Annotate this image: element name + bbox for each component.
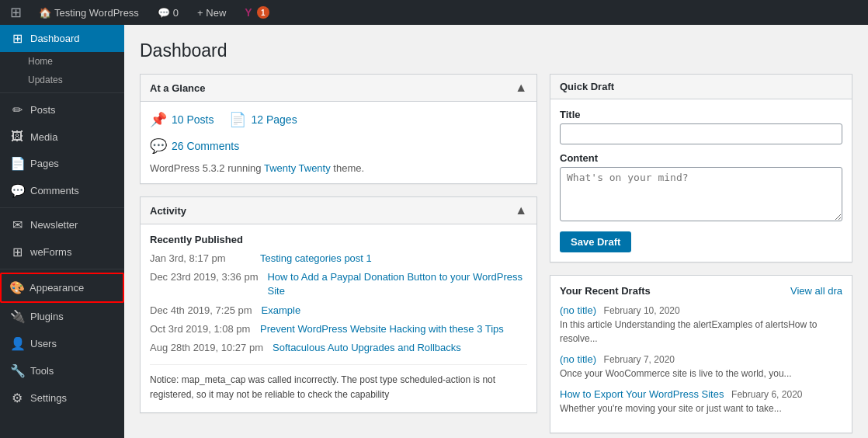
sidebar-item-appearance[interactable]: 🎨 Appearance (0, 273, 124, 303)
sidebar-item-users[interactable]: 👤 Users (0, 330, 124, 357)
right-column: Quick Draft Title Content Save Draft Yo (550, 74, 852, 433)
posts-stat-icon: 📌 (150, 111, 167, 128)
draft-item-1: (no title) February 7, 2020 Once your Wo… (560, 353, 842, 381)
draft-content-textarea[interactable] (560, 167, 842, 221)
new-content-button[interactable]: + New (193, 0, 231, 25)
wp-logo[interactable]: ⊞ (6, 3, 25, 22)
activity-link-1[interactable]: How to Add a Paypal Donation Button to y… (267, 270, 527, 298)
activity-date-4: Aug 28th 2019, 10:27 pm (150, 341, 263, 355)
activity-link-0[interactable]: Testing categories post 1 (260, 252, 372, 266)
updates-label: Updates (28, 75, 63, 85)
pages-stat-link[interactable]: 12 Pages (251, 113, 297, 126)
pages-stat: 📄 12 Pages (229, 111, 297, 128)
sidebar-item-pages[interactable]: 📄 Pages (0, 150, 124, 177)
sidebar-subitem-updates[interactable]: Updates (0, 71, 124, 89)
recently-published-label: Recently Published (150, 234, 527, 245)
sidebar-item-settings[interactable]: ⚙ Settings (0, 384, 124, 412)
sidebar-item-label: Posts (30, 104, 56, 116)
activity-link-2[interactable]: Example (262, 304, 301, 318)
draft-title-2[interactable]: How to Export Your WordPress Sites (560, 388, 724, 400)
sidebar-item-plugins[interactable]: 🔌 Plugins (0, 303, 124, 330)
draft-excerpt-1: Once your WooCommerce site is live to th… (560, 367, 842, 381)
sidebar-item-comments[interactable]: 💬 Comments (0, 177, 124, 204)
settings-icon: ⚙ (10, 391, 24, 405)
home-icon: 🏠 (39, 7, 51, 19)
draft-date-2: February 6, 2020 (731, 389, 802, 400)
users-icon: 👤 (10, 336, 24, 351)
quick-draft-header: Quick Draft (550, 75, 852, 99)
posts-stat-link[interactable]: 10 Posts (172, 113, 214, 126)
sidebar-item-label: Plugins (30, 311, 64, 322)
view-all-drafts-link[interactable]: View all dra (790, 285, 842, 297)
sidebar-item-media[interactable]: 🖼 Media (0, 123, 124, 150)
at-a-glance-body: 📌 10 Posts 📄 12 Pages 💬 26 Comments (141, 102, 536, 183)
page-title: Dashboard (140, 40, 852, 61)
sidebar-item-posts[interactable]: ✏ Posts (0, 96, 124, 123)
at-a-glance-toggle[interactable]: ▲ (515, 81, 527, 95)
sidebar-item-label: Pages (30, 158, 59, 169)
sidebar-divider-1 (0, 92, 124, 93)
tools-icon: 🔧 (10, 363, 24, 378)
yoast-icon[interactable]: Y 1 (240, 0, 273, 25)
quick-draft-widget: Quick Draft Title Content Save Draft (550, 74, 852, 262)
draft-excerpt-2: Whether you're moving your site or just … (560, 402, 842, 415)
sidebar-item-label: Dashboard (30, 33, 80, 44)
pages-stat-icon: 📄 (229, 111, 246, 128)
save-draft-button[interactable]: Save Draft (560, 231, 631, 252)
at-a-glance-widget: At a Glance ▲ 📌 10 Posts 📄 12 Pages (140, 74, 537, 184)
quick-draft-body: Title Content Save Draft (550, 99, 852, 262)
comments-link[interactable]: 💬 0 (153, 0, 183, 25)
weforms-icon: ⊞ (10, 245, 24, 259)
draft-title-1[interactable]: (no title) (560, 353, 596, 365)
activity-date-1: Dec 23rd 2019, 3:36 pm (150, 270, 258, 298)
activity-header: Activity ▲ (141, 197, 536, 224)
activity-link-4[interactable]: Softaculous Auto Upgrades and Rollbacks (273, 341, 461, 355)
plugins-icon: 🔌 (10, 309, 24, 324)
comments-stat-icon: 💬 (150, 137, 167, 155)
comments-count: 0 (173, 7, 179, 19)
sidebar-item-label: Tools (30, 365, 54, 377)
sidebar-item-label: Newsletter (30, 219, 78, 231)
at-a-glance-header: At a Glance ▲ (141, 75, 536, 102)
main-content: Dashboard At a Glance ▲ 📌 10 Posts (124, 25, 868, 438)
top-bar: ⊞ 🏠 Testing WordPress 💬 0 + New Y 1 (0, 0, 868, 25)
yoast-badge: 1 (257, 6, 269, 19)
activity-widget: Activity ▲ Recently Published Jan 3rd, 8… (140, 196, 537, 413)
activity-toggle[interactable]: ▲ (515, 203, 527, 217)
home-label: Home (28, 56, 53, 67)
site-name-link[interactable]: 🏠 Testing WordPress (34, 0, 144, 25)
sidebar-item-dashboard[interactable]: ⊞ Dashboard (0, 25, 124, 52)
activity-notice: Notice: map_meta_cap was called incorrec… (150, 364, 527, 402)
comments-stat: 💬 26 Comments (150, 137, 527, 155)
sidebar-divider-3 (0, 269, 124, 269)
recent-drafts-body: Your Recent Drafts View all dra (no titl… (550, 276, 852, 433)
activity-body: Recently Published Jan 3rd, 8:17 pm Test… (141, 224, 536, 412)
theme-link[interactable]: Twenty Twenty (264, 162, 331, 174)
activity-date-2: Dec 4th 2019, 7:25 pm (150, 304, 252, 318)
activity-item-0: Jan 3rd, 8:17 pm Testing categories post… (150, 252, 527, 266)
comments-stat-link[interactable]: 26 Comments (172, 140, 239, 152)
draft-item-0: (no title) February 10, 2020 In this art… (560, 304, 842, 346)
activity-title: Activity (150, 205, 186, 217)
title-label: Title (560, 109, 842, 120)
appearance-icon: 🎨 (9, 280, 23, 295)
dashboard-columns: At a Glance ▲ 📌 10 Posts 📄 12 Pages (140, 74, 852, 433)
activity-item-3: Oct 3rd 2019, 1:08 pm Prevent WordPress … (150, 322, 527, 336)
recent-drafts-header-row: Your Recent Drafts View all dra (560, 285, 842, 297)
activity-link-3[interactable]: Prevent WordPress Website Hacking with t… (260, 322, 504, 336)
sidebar-item-newsletter[interactable]: ✉ Newsletter (0, 211, 124, 238)
sidebar-item-label: Settings (30, 392, 67, 404)
app-layout: ⊞ Dashboard Home Updates ✏ Posts 🖼 Media… (0, 25, 868, 438)
draft-title-input[interactable] (560, 123, 842, 144)
sidebar-item-tools[interactable]: 🔧 Tools (0, 357, 124, 384)
pages-icon: 📄 (10, 156, 24, 171)
sidebar-item-label: Comments (30, 185, 79, 196)
draft-title-0[interactable]: (no title) (560, 304, 596, 316)
sidebar-item-weforms[interactable]: ⊞ weForms (0, 238, 124, 266)
sidebar-item-label: weForms (30, 246, 71, 258)
draft-excerpt-0: In this article Understanding the alertE… (560, 318, 842, 346)
recent-drafts-widget: Your Recent Drafts View all dra (no titl… (550, 275, 852, 433)
sidebar-subitem-home[interactable]: Home (0, 52, 124, 71)
newsletter-icon: ✉ (10, 217, 24, 232)
media-icon: 🖼 (10, 130, 24, 144)
